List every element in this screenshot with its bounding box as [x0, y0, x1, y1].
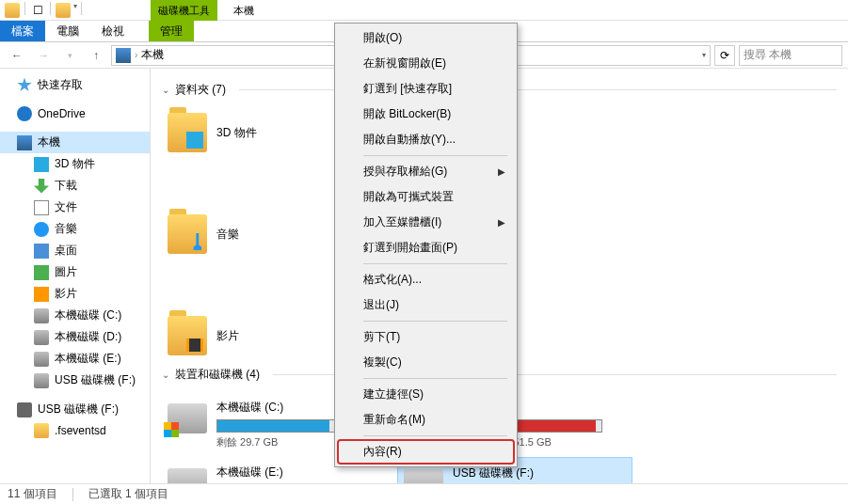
sidebar-item-label: 快速存取: [38, 77, 83, 93]
folder-label: 影片: [216, 328, 239, 344]
sidebar-this-pc[interactable]: 本機: [0, 132, 150, 153]
sidebar-drive-f[interactable]: USB 磁碟機 (F:): [0, 370, 150, 391]
sidebar-fseventsd[interactable]: .fseventsd: [0, 420, 150, 441]
desktop-icon: [34, 244, 49, 259]
folder-icon: [168, 316, 207, 355]
explorer-icon: [4, 2, 21, 19]
sidebar-item-label: 桌面: [55, 243, 77, 259]
sidebar-drive-d[interactable]: 本機磁碟 (D:): [0, 326, 150, 348]
cm-open-new-window[interactable]: 在新視窗開啟(E): [337, 51, 515, 76]
qat-dropdown-icon[interactable]: ▾: [73, 2, 77, 19]
group-title: 資料夾 (7): [175, 82, 226, 98]
statusbar: 11 個項目 已選取 1 個項目: [0, 483, 848, 504]
sidebar-usb-root[interactable]: USB 磁碟機 (F:): [0, 399, 150, 420]
sidebar-item-label: USB 磁碟機 (F:): [38, 402, 119, 417]
window-title: 本機: [226, 0, 262, 21]
drive-icon: [34, 330, 49, 345]
cm-cut[interactable]: 剪下(T): [337, 324, 515, 350]
drive-icon: [34, 308, 49, 323]
drive-icon: [168, 403, 207, 433]
sidebar-documents[interactable]: 文件: [0, 197, 150, 218]
navigation-pane: 快速存取 OneDrive 本機 3D 物件 下載 文件 音樂 桌面 圖片 影片…: [0, 69, 151, 483]
chevron-down-icon: ⌄: [162, 85, 169, 95]
cm-rename[interactable]: 重新命名(M): [337, 407, 515, 433]
cm-copy[interactable]: 複製(C): [337, 350, 515, 375]
status-selected-count: 已選取 1 個項目: [88, 486, 168, 502]
cm-format[interactable]: 格式化(A)...: [337, 267, 515, 292]
cm-bitlocker[interactable]: 開啟 BitLocker(B): [337, 102, 515, 127]
tab-file[interactable]: 檔案: [0, 21, 45, 41]
drive-icon: [168, 468, 207, 483]
sidebar-item-label: 本機磁碟 (C:): [55, 307, 121, 323]
titlebar: ☐ ▾ 磁碟機工具 本機: [0, 0, 848, 21]
sidebar-drive-e[interactable]: 本機磁碟 (E:): [0, 348, 150, 370]
drive-icon: [34, 352, 49, 367]
sidebar-item-label: 下載: [55, 178, 77, 194]
video-icon: [34, 287, 49, 302]
download-icon: [34, 179, 49, 194]
cm-pin-start[interactable]: 釘選到開始畫面(P): [337, 235, 515, 260]
cm-autoplay[interactable]: 開啟自動播放(Y)...: [337, 127, 515, 152]
sidebar-item-label: USB 磁碟機 (F:): [55, 372, 136, 388]
qat-new-folder-icon[interactable]: [55, 2, 72, 19]
sidebar-item-label: .fseventsd: [55, 424, 106, 437]
drive-icon: [404, 469, 443, 483]
tab-manage[interactable]: 管理: [149, 21, 194, 41]
back-button[interactable]: ←: [6, 44, 28, 67]
sidebar-item-label: 3D 物件: [55, 156, 95, 172]
refresh-button[interactable]: ⟳: [714, 45, 735, 66]
group-divider: [239, 89, 837, 90]
tab-computer[interactable]: 電腦: [45, 21, 90, 41]
folder-icon: [168, 113, 207, 152]
drive-icon: [34, 373, 49, 388]
sidebar-onedrive[interactable]: OneDrive: [0, 103, 150, 124]
qat-properties-icon[interactable]: ☐: [29, 2, 46, 19]
sidebar-item-label: 影片: [55, 286, 77, 302]
cm-separator: [363, 155, 507, 156]
cm-add-library[interactable]: 加入至媒體櫃(I)▶: [337, 210, 515, 235]
cm-give-access[interactable]: 授與存取權給(G)▶: [337, 159, 515, 184]
up-button[interactable]: ↑: [85, 44, 107, 67]
cm-eject[interactable]: 退出(J): [337, 292, 515, 318]
contextual-tab-label: 磁碟機工具: [151, 0, 217, 21]
drive-label: USB 磁碟機 (F:): [453, 465, 626, 481]
sidebar-item-label: 本機磁碟 (E:): [55, 351, 121, 367]
submenu-arrow-icon: ▶: [498, 166, 505, 177]
tab-view[interactable]: 檢視: [90, 21, 136, 41]
location-icon: [116, 48, 131, 63]
sidebar-drive-c[interactable]: 本機磁碟 (C:): [0, 305, 150, 326]
folder-label: 3D 物件: [216, 125, 257, 141]
sidebar-videos[interactable]: 影片: [0, 283, 150, 305]
cm-create-shortcut[interactable]: 建立捷徑(S): [337, 382, 515, 407]
breadcrumb-separator-icon[interactable]: ›: [135, 50, 137, 60]
cm-separator: [363, 435, 507, 436]
cm-open-portable[interactable]: 開啟為可攜式裝置: [337, 184, 515, 210]
status-item-count: 11 個項目: [8, 486, 57, 502]
sidebar-pictures[interactable]: 圖片: [0, 261, 150, 283]
breadcrumb-location[interactable]: 本機: [141, 47, 164, 63]
cube-icon: [34, 157, 49, 172]
sidebar-item-label: 音樂: [55, 221, 77, 237]
cm-pin-quick-access[interactable]: 釘選到 [快速存取]: [337, 76, 515, 102]
sidebar-music[interactable]: 音樂: [0, 218, 150, 240]
forward-button[interactable]: →: [32, 44, 55, 67]
context-menu: 開啟(O) 在新視窗開啟(E) 釘選到 [快速存取] 開啟 BitLocker(…: [334, 23, 518, 467]
sidebar-item-label: 本機磁碟 (D:): [55, 329, 121, 345]
cm-properties[interactable]: 內容(R): [337, 439, 515, 465]
search-input[interactable]: 搜尋 本機: [739, 45, 842, 66]
sidebar-downloads[interactable]: 下載: [0, 175, 150, 197]
sidebar-item-label: OneDrive: [38, 107, 86, 120]
chevron-down-icon: ⌄: [162, 370, 169, 380]
cloud-icon: [17, 106, 32, 121]
monitor-icon: [17, 135, 32, 150]
picture-icon: [34, 265, 49, 280]
address-dropdown-icon[interactable]: ▾: [702, 51, 706, 59]
history-dropdown[interactable]: ▾: [58, 44, 81, 67]
sidebar-item-label: 本機: [38, 134, 60, 150]
usb-icon: [17, 402, 32, 417]
sidebar-quick-access[interactable]: 快速存取: [0, 74, 150, 96]
sidebar-desktop[interactable]: 桌面: [0, 240, 150, 261]
cm-open[interactable]: 開啟(O): [337, 25, 515, 51]
cm-separator: [363, 321, 507, 322]
sidebar-3d-objects[interactable]: 3D 物件: [0, 153, 150, 175]
